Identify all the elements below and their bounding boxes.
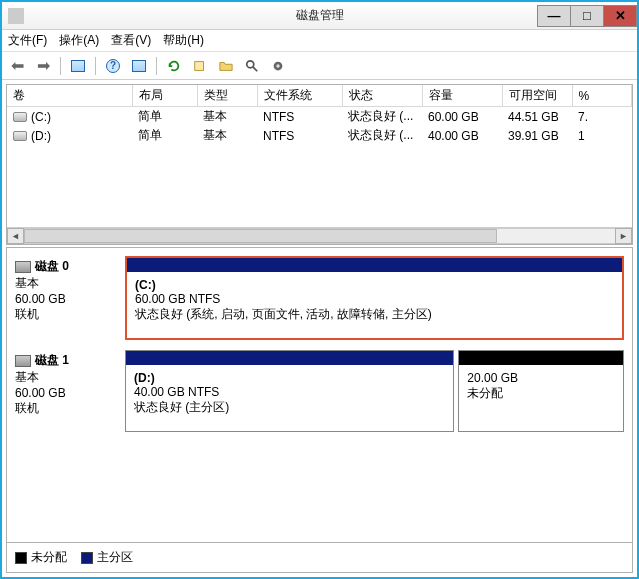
volume-color-bar	[127, 258, 622, 272]
swatch-black-icon	[15, 552, 27, 564]
svg-point-4	[276, 64, 280, 68]
disk-graphical-view: 磁盘 0基本60.00 GB联机(C:)60.00 GB NTFS状态良好 (系…	[6, 247, 633, 543]
settings-button[interactable]	[267, 55, 289, 77]
properties-icon	[193, 59, 207, 73]
legend-unallocated-label: 未分配	[31, 550, 67, 564]
toolbar: ⬅ ➡ ?	[2, 52, 637, 80]
volume-sizefs: 60.00 GB NTFS	[135, 292, 614, 306]
view-split-button[interactable]	[67, 55, 89, 77]
volume-icon	[13, 112, 27, 122]
col-pct[interactable]: %	[572, 85, 632, 107]
arrow-left-icon: ⬅	[11, 56, 24, 75]
col-layout[interactable]: 布局	[132, 85, 197, 107]
disk-kind: 基本	[15, 369, 125, 386]
table-row[interactable]: (D:)简单基本NTFS状态良好 (...40.00 GB39.91 GB1	[7, 126, 632, 145]
disk-label: 磁盘 1基本60.00 GB联机	[15, 350, 125, 432]
disk-row: 磁盘 1基本60.00 GB联机(D:)40.00 GB NTFS状态良好 (主…	[15, 350, 624, 432]
svg-point-1	[247, 60, 254, 67]
disk-volumes: (D:)40.00 GB NTFS状态良好 (主分区)20.00 GB未分配	[125, 350, 624, 432]
volume-color-bar	[126, 351, 453, 365]
scroll-right-button[interactable]: ►	[615, 228, 632, 244]
swatch-blue-icon	[81, 552, 93, 564]
scroll-thumb[interactable]	[24, 229, 497, 243]
refresh-icon	[167, 59, 181, 73]
menu-help[interactable]: 帮助(H)	[163, 32, 204, 49]
legend-primary-label: 主分区	[97, 550, 133, 564]
menu-action[interactable]: 操作(A)	[59, 32, 99, 49]
titlebar: 磁盘管理 — □ ✕	[2, 2, 637, 30]
volume-status: 状态良好 (系统, 启动, 页面文件, 活动, 故障转储, 主分区)	[135, 306, 614, 323]
col-free[interactable]: 可用空间	[502, 85, 572, 107]
disk-state: 联机	[15, 400, 125, 417]
minimize-button[interactable]: —	[537, 5, 571, 27]
properties-button[interactable]	[189, 55, 211, 77]
legend: 未分配 主分区	[6, 543, 633, 573]
gear-icon	[271, 59, 285, 73]
col-capacity[interactable]: 容量	[422, 85, 502, 107]
close-button[interactable]: ✕	[603, 5, 637, 27]
menu-file[interactable]: 文件(F)	[8, 32, 47, 49]
volume-box[interactable]: 20.00 GB未分配	[458, 350, 624, 432]
volume-sizefs: 20.00 GB	[467, 371, 615, 385]
volume-status: 未分配	[467, 385, 615, 402]
disk-icon	[15, 261, 31, 273]
volume-sizefs: 40.00 GB NTFS	[134, 385, 445, 399]
maximize-button[interactable]: □	[570, 5, 604, 27]
menubar: 文件(F) 操作(A) 查看(V) 帮助(H)	[2, 30, 637, 52]
help-icon: ?	[106, 59, 120, 73]
app-icon	[8, 8, 24, 24]
table-row[interactable]: (C:)简单基本NTFS状态良好 (...60.00 GB44.51 GB7.	[7, 107, 632, 126]
volume-name: (D:)	[134, 371, 445, 385]
disk-row: 磁盘 0基本60.00 GB联机(C:)60.00 GB NTFS状态良好 (系…	[15, 256, 624, 340]
col-volume[interactable]: 卷	[7, 85, 132, 107]
horizontal-scrollbar[interactable]: ◄ ►	[7, 227, 632, 244]
volume-status: 状态良好 (主分区)	[134, 399, 445, 416]
volume-color-bar	[459, 351, 623, 365]
col-status[interactable]: 状态	[342, 85, 422, 107]
view-list-button[interactable]	[128, 55, 150, 77]
volume-box[interactable]: (D:)40.00 GB NTFS状态良好 (主分区)	[125, 350, 454, 432]
menu-view[interactable]: 查看(V)	[111, 32, 151, 49]
col-type[interactable]: 类型	[197, 85, 257, 107]
disk-icon	[15, 355, 31, 367]
volume-icon	[13, 131, 27, 141]
open-button[interactable]	[215, 55, 237, 77]
col-fs[interactable]: 文件系统	[257, 85, 342, 107]
svg-line-2	[253, 66, 257, 70]
refresh-button[interactable]	[163, 55, 185, 77]
scroll-track[interactable]	[24, 228, 615, 244]
separator	[95, 57, 96, 75]
svg-rect-0	[195, 61, 204, 70]
disk-label: 磁盘 0基本60.00 GB联机	[15, 256, 125, 340]
disk-state: 联机	[15, 306, 125, 323]
column-headers: 卷 布局 类型 文件系统 状态 容量 可用空间 %	[7, 85, 632, 107]
disk-volumes: (C:)60.00 GB NTFS状态良好 (系统, 启动, 页面文件, 活动,…	[125, 256, 624, 340]
magnifier-icon	[245, 59, 259, 73]
panel-icon	[71, 60, 85, 72]
volume-name: (C:)	[135, 278, 614, 292]
back-button[interactable]: ⬅	[6, 55, 28, 77]
disk-kind: 基本	[15, 275, 125, 292]
disk-title: 磁盘 1	[35, 352, 69, 369]
help-button[interactable]: ?	[102, 55, 124, 77]
legend-unallocated: 未分配	[15, 549, 67, 566]
scroll-left-button[interactable]: ◄	[7, 228, 24, 244]
volume-grid: 卷 布局 类型 文件系统 状态 容量 可用空间 % (C:)简单基本NTFS状态…	[6, 84, 633, 245]
disk-size: 60.00 GB	[15, 292, 125, 306]
separator	[156, 57, 157, 75]
disk-title: 磁盘 0	[35, 258, 69, 275]
volume-box[interactable]: (C:)60.00 GB NTFS状态良好 (系统, 启动, 页面文件, 活动,…	[125, 256, 624, 340]
disk-size: 60.00 GB	[15, 386, 125, 400]
legend-primary: 主分区	[81, 549, 133, 566]
explore-button[interactable]	[241, 55, 263, 77]
separator	[60, 57, 61, 75]
forward-button[interactable]: ➡	[32, 55, 54, 77]
list-icon	[132, 60, 146, 72]
folder-icon	[219, 59, 233, 73]
arrow-right-icon: ➡	[37, 56, 50, 75]
